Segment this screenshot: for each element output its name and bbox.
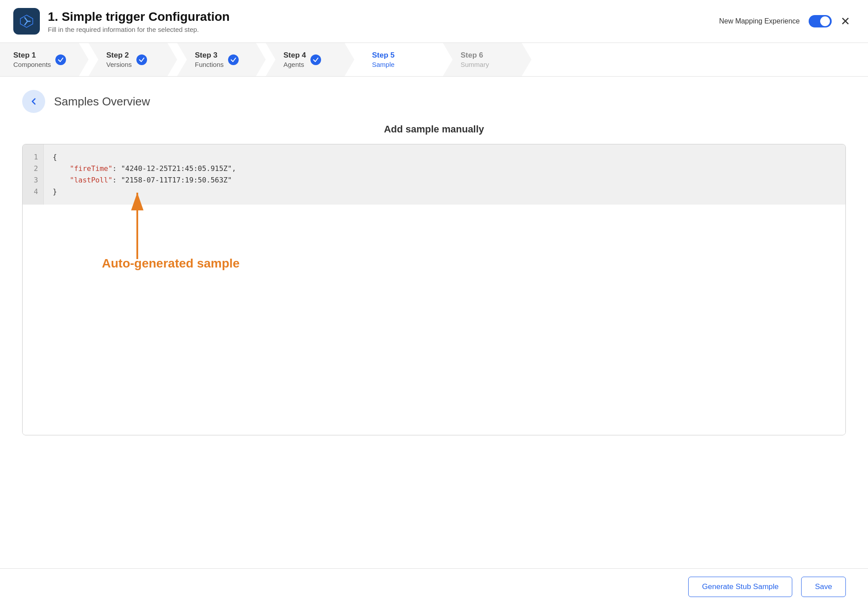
step-item-4[interactable]: Step 4 Agents bbox=[266, 43, 354, 76]
code-lines: 1234 { "fireTime": "4240-12-25T21:45:05.… bbox=[23, 144, 845, 205]
code-line-1: { bbox=[53, 151, 837, 163]
step-check-1 bbox=[55, 54, 66, 65]
step-item-6[interactable]: Step 6 Summary bbox=[443, 43, 531, 76]
line-num-2: 2 bbox=[34, 163, 38, 175]
step-text-2: Step 2 Versions bbox=[106, 51, 132, 68]
content-area: Samples Overview Add sample manually 123… bbox=[0, 77, 868, 458]
page-subtitle: Fill in the required information for the… bbox=[48, 26, 230, 33]
step-label-4: Step 4 bbox=[283, 51, 306, 60]
header-title-block: 1. Simple trigger Configuration Fill in … bbox=[48, 10, 230, 33]
step-name-1: Components bbox=[13, 61, 51, 68]
step-check-4 bbox=[310, 54, 321, 65]
mapping-label: New Mapping Experience bbox=[719, 17, 800, 25]
step-text-3: Step 3 Functions bbox=[195, 51, 224, 68]
step-item-3[interactable]: Step 3 Functions bbox=[177, 43, 266, 76]
code-editor[interactable]: 1234 { "fireTime": "4240-12-25T21:45:05.… bbox=[22, 144, 846, 435]
step-label-6: Step 6 bbox=[461, 51, 489, 60]
close-button[interactable]: ✕ bbox=[841, 16, 850, 27]
step-check-3 bbox=[228, 54, 239, 65]
line-num-4: 4 bbox=[34, 186, 38, 198]
code-content: { "fireTime": "4240-12-25T21:45:05.915Z"… bbox=[44, 144, 845, 205]
code-area-blank[interactable] bbox=[23, 205, 845, 435]
line-numbers: 1234 bbox=[23, 144, 44, 205]
stepper: Step 1 Components Step 2 Versions Step 3… bbox=[0, 43, 868, 77]
step-check-2 bbox=[136, 54, 147, 65]
line-num-3: 3 bbox=[34, 175, 38, 186]
section-header: Samples Overview bbox=[22, 90, 846, 113]
svg-marker-0 bbox=[20, 15, 33, 27]
code-editor-wrapper: 1234 { "fireTime": "4240-12-25T21:45:05.… bbox=[22, 144, 846, 435]
header-left: 1. Simple trigger Configuration Fill in … bbox=[13, 8, 230, 35]
step-label-3: Step 3 bbox=[195, 51, 224, 60]
step-item-1[interactable]: Step 1 Components bbox=[0, 43, 89, 76]
header: 1. Simple trigger Configuration Fill in … bbox=[0, 0, 868, 43]
back-button[interactable] bbox=[22, 90, 45, 113]
code-line-4: } bbox=[53, 186, 837, 198]
step-label-2: Step 2 bbox=[106, 51, 132, 60]
step-item-5[interactable]: Step 5 Sample bbox=[354, 43, 443, 76]
step-text-6: Step 6 Summary bbox=[461, 51, 489, 68]
step-name-6: Summary bbox=[461, 61, 489, 68]
code-line-3: "lastPoll": "2158-07-11T17:19:50.563Z" bbox=[53, 175, 837, 186]
step-name-2: Versions bbox=[106, 61, 132, 68]
step-item-2[interactable]: Step 2 Versions bbox=[89, 43, 177, 76]
line-num-1: 1 bbox=[34, 151, 38, 163]
page-title: 1. Simple trigger Configuration bbox=[48, 10, 230, 24]
section-title: Samples Overview bbox=[54, 95, 150, 109]
step-text-5: Step 5 Sample bbox=[372, 51, 395, 68]
save-button[interactable]: Save bbox=[801, 577, 846, 597]
step-label-5: Step 5 bbox=[372, 51, 395, 60]
step-name-3: Functions bbox=[195, 61, 224, 68]
code-line-2: "fireTime": "4240-12-25T21:45:05.915Z", bbox=[53, 163, 837, 175]
step-text-4: Step 4 Agents bbox=[283, 51, 306, 68]
add-sample-heading: Add sample manually bbox=[22, 124, 846, 135]
footer: Generate Stub Sample Save bbox=[0, 568, 868, 605]
header-right: New Mapping Experience ✕ bbox=[719, 15, 850, 27]
step-name-5: Sample bbox=[372, 61, 395, 68]
mapping-toggle[interactable] bbox=[809, 15, 832, 27]
step-label-1: Step 1 bbox=[13, 51, 51, 60]
step-name-4: Agents bbox=[283, 61, 306, 68]
app-icon bbox=[13, 8, 40, 35]
step-text-1: Step 1 Components bbox=[13, 51, 51, 68]
generate-stub-button[interactable]: Generate Stub Sample bbox=[688, 577, 792, 597]
